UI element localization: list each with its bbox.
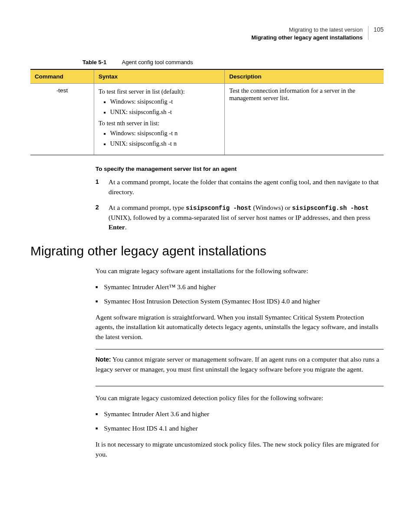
col-header-syntax: Syntax bbox=[94, 69, 225, 84]
note-block: Note: You cannot migrate server or manag… bbox=[95, 349, 384, 386]
page-header: Migrating to the latest version Migratin… bbox=[30, 26, 384, 42]
note-label: Note: bbox=[95, 356, 111, 363]
running-head-chapter: Migrating to the latest version bbox=[251, 26, 362, 34]
list-item: UNIX: sisipsconfig.sh -t bbox=[99, 108, 220, 118]
procedure-step: 2 At a command prompt, type sisipsconfig… bbox=[95, 203, 384, 232]
paragraph: You can migrate legacy customized detect… bbox=[95, 393, 384, 403]
header-text: Migrating to the latest version Migratin… bbox=[251, 26, 362, 42]
list-item: Symantec Host Intrusion Detection System… bbox=[95, 297, 384, 307]
code-inline: sisipsconfig -host bbox=[186, 205, 251, 212]
list-item: Symantec Intruder Alert 3.6 and higher bbox=[95, 409, 384, 419]
step-number: 2 bbox=[95, 203, 101, 232]
procedure: To specify the management server list fo… bbox=[95, 166, 384, 232]
step-text: At a command prompt, type sisipsconfig -… bbox=[108, 203, 384, 232]
cell-command: -test bbox=[30, 84, 94, 155]
table-label: Table 5-1 bbox=[82, 59, 106, 65]
running-head-section: Migrating other legacy agent installatio… bbox=[251, 34, 362, 42]
section-body: You can migrate legacy software agent in… bbox=[95, 266, 384, 460]
col-header-command: Command bbox=[30, 69, 94, 84]
step-number: 1 bbox=[95, 177, 101, 197]
syntax-intro-2: To test nth server in list: bbox=[99, 120, 220, 127]
table-caption-text: Agent config tool commands bbox=[122, 59, 193, 65]
section-heading: Migrating other legacy agent installatio… bbox=[30, 244, 384, 258]
list-item: UNIX: sisipsconfig.sh -t n bbox=[99, 139, 220, 150]
procedure-title: To specify the management server list fo… bbox=[95, 166, 384, 172]
paragraph: Agent software migration is straightforw… bbox=[95, 313, 384, 343]
list-item: Windows: sisipsconfig -t n bbox=[99, 129, 220, 139]
step-text: At a command prompt, locate the folder t… bbox=[108, 177, 384, 197]
cell-description: Test the connection information for a se… bbox=[225, 84, 384, 155]
key-name: Enter bbox=[108, 223, 125, 231]
code-inline: sisipsconfig.sh -host bbox=[292, 205, 368, 212]
cell-syntax: To test first server in list (default): … bbox=[94, 84, 225, 155]
header-divider bbox=[368, 26, 368, 40]
col-header-description: Description bbox=[225, 69, 384, 84]
paragraph: You can migrate legacy software agent in… bbox=[95, 266, 384, 276]
list-item: Symantec Intruder Alert™ 3.6 and higher bbox=[95, 282, 384, 292]
table-row: -test To test first server in list (defa… bbox=[30, 84, 384, 155]
page-number: 105 bbox=[374, 26, 384, 33]
list-item: Symantec Host IDS 4.1 and higher bbox=[95, 424, 384, 434]
table-caption: Table 5-1 Agent config tool commands bbox=[82, 59, 384, 65]
list-item: Windows: sisipsconfig -t bbox=[99, 97, 220, 108]
commands-table: Command Syntax Description -test To test… bbox=[30, 69, 384, 155]
note-text: You cannot migrate server or management … bbox=[95, 356, 379, 373]
paragraph: It is not necessary to migrate uncustomi… bbox=[95, 440, 384, 460]
procedure-step: 1 At a command prompt, locate the folder… bbox=[95, 177, 384, 197]
note-paragraph: Note: You cannot migrate server or manag… bbox=[95, 355, 384, 375]
syntax-intro-1: To test first server in list (default): bbox=[99, 88, 220, 95]
